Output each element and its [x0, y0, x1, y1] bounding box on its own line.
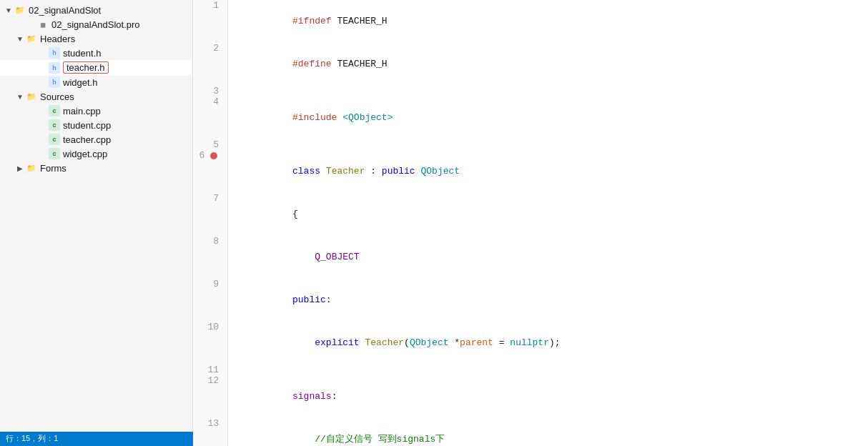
main-cpp-icon: c: [49, 105, 60, 117]
widget-cpp-label: widget.cpp: [63, 149, 107, 159]
project-root[interactable]: ▼ 📁 02_signalAndSlot: [0, 3, 192, 17]
student-h-file[interactable]: h student.h: [0, 46, 192, 60]
line-number: 12: [194, 375, 228, 418]
line-number: 2: [194, 43, 228, 86]
line-number: 4: [194, 96, 228, 139]
headers-folder[interactable]: ▼ 📁 Headers: [0, 31, 192, 46]
student-cpp-file[interactable]: c student.cpp: [0, 118, 192, 132]
breakpoint-indicator: [210, 152, 217, 159]
table-row: 12 signals:: [194, 375, 868, 418]
teacher-cpp-file[interactable]: c teacher.cpp: [0, 132, 192, 147]
table-row: 13 //自定义信号 写到signals下: [194, 418, 868, 446]
teacher-h-file[interactable]: h teacher.h: [0, 60, 192, 75]
main-cpp-label: main.cpp: [63, 106, 101, 117]
code-content[interactable]: [228, 86, 868, 96]
line-number: 3: [194, 86, 228, 96]
status-bar: 行：15，列：1: [0, 432, 193, 446]
pro-file-label: 02_signalAndSlot.pro: [51, 19, 140, 30]
table-row: 1 #ifndef TEACHER_H: [194, 0, 868, 43]
line-number: 7: [194, 193, 228, 236]
code-content[interactable]: signals:: [228, 375, 868, 418]
table-row: 8 Q_OBJECT: [194, 236, 868, 279]
table-row: 5: [194, 139, 868, 150]
expand-arrow: ▼: [3, 6, 14, 14]
code-content[interactable]: class Teacher : public QObject: [228, 150, 868, 193]
headers-folder-icon: 📁: [26, 33, 37, 44]
forms-label: Forms: [40, 163, 66, 174]
code-editor[interactable]: 1 #ifndef TEACHER_H 2 #define TEACHER_H …: [193, 0, 868, 446]
table-row: 7 {: [194, 193, 868, 236]
file-tree[interactable]: ▼ 📁 02_signalAndSlot ◼ 02_signalAndSlot.…: [0, 0, 193, 446]
pro-file[interactable]: ◼ 02_signalAndSlot.pro: [0, 17, 192, 31]
table-row: 6 class Teacher : public QObject: [194, 150, 868, 193]
table-row: 9 public:: [194, 279, 868, 322]
code-content[interactable]: [228, 365, 868, 375]
student-h-label: student.h: [63, 48, 102, 59]
code-content[interactable]: {: [228, 193, 868, 236]
code-content[interactable]: [228, 139, 868, 150]
widget-h-label: widget.h: [63, 77, 97, 88]
pro-file-icon: ◼: [37, 19, 49, 30]
teacher-h-label: teacher.h: [63, 61, 109, 74]
widget-h-file[interactable]: h widget.h: [0, 75, 192, 89]
teacher-cpp-icon: c: [49, 134, 60, 145]
code-content[interactable]: explicit Teacher(QObject *parent = nullp…: [228, 322, 868, 365]
status-text: 行：15，列：1: [6, 434, 58, 442]
widget-h-icon: h: [49, 76, 60, 88]
line-number: 11: [194, 365, 228, 375]
code-content[interactable]: Q_OBJECT: [228, 236, 868, 279]
line-number: 9: [194, 279, 228, 322]
code-content[interactable]: #define TEACHER_H: [228, 43, 868, 86]
code-content[interactable]: #include <QObject>: [228, 96, 868, 139]
forms-folder[interactable]: ▶ 📁 Forms: [0, 161, 192, 175]
project-folder-icon: 📁: [14, 4, 26, 16]
line-number: 1: [194, 0, 228, 43]
code-content[interactable]: public:: [228, 279, 868, 322]
table-row: 3: [194, 86, 868, 96]
sources-label: Sources: [40, 91, 74, 102]
project-label: 02_signalAndSlot: [29, 5, 101, 16]
student-cpp-icon: c: [49, 119, 60, 131]
line-number: 13: [194, 418, 228, 446]
sources-folder-icon: 📁: [26, 91, 37, 102]
teacher-cpp-label: teacher.cpp: [63, 134, 111, 145]
code-content[interactable]: //自定义信号 写到signals下: [228, 418, 868, 446]
table-row: 11: [194, 365, 868, 375]
line-number: 6: [194, 150, 228, 193]
teacher-h-icon: h: [49, 62, 60, 74]
table-row: 4 #include <QObject>: [194, 96, 868, 139]
headers-label: Headers: [40, 34, 75, 44]
code-span: #ifndef: [292, 16, 332, 26]
line-number: 5: [194, 139, 228, 150]
main-cpp-file[interactable]: c main.cpp: [0, 104, 192, 118]
code-table: 1 #ifndef TEACHER_H 2 #define TEACHER_H …: [193, 0, 868, 446]
line-number: 10: [194, 322, 228, 365]
widget-cpp-file[interactable]: c widget.cpp: [0, 147, 192, 161]
student-cpp-label: student.cpp: [63, 120, 111, 131]
line-number: 8: [194, 236, 228, 279]
student-h-icon: h: [49, 47, 60, 59]
forms-folder-icon: 📁: [26, 162, 37, 174]
table-row: 10 explicit Teacher(QObject *parent = nu…: [194, 322, 868, 365]
sources-folder[interactable]: ▼ 📁 Sources: [0, 89, 192, 104]
code-content[interactable]: #ifndef TEACHER_H: [228, 0, 868, 43]
table-row: 2 #define TEACHER_H: [194, 43, 868, 86]
widget-cpp-icon: c: [49, 148, 60, 159]
